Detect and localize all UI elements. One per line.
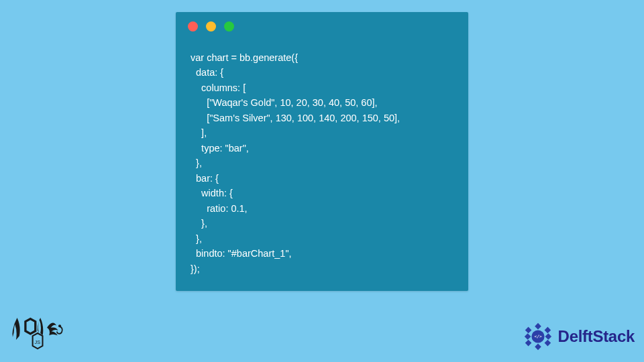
svg-marker-4 <box>535 323 541 330</box>
delftstack-mark-icon: </> <box>522 320 554 353</box>
close-icon <box>188 21 198 32</box>
svg-marker-0 <box>25 319 36 334</box>
svg-marker-5 <box>544 327 551 334</box>
svg-marker-7 <box>544 340 551 347</box>
svg-marker-11 <box>525 327 531 334</box>
svg-text:</>: </> <box>534 334 542 339</box>
minimize-icon <box>206 21 216 32</box>
svg-marker-6 <box>545 333 551 340</box>
code-content: var chart = bb.generate({ data: { column… <box>176 36 468 279</box>
delftstack-logo: </> DelftStack <box>522 320 635 353</box>
svg-marker-8 <box>535 344 541 351</box>
svg-marker-10 <box>524 333 531 340</box>
window-controls <box>176 12 468 36</box>
node-logo-icon: JS <box>4 311 78 355</box>
svg-text:JS: JS <box>35 339 41 345</box>
code-card: var chart = bb.generate({ data: { column… <box>176 12 468 291</box>
maximize-icon <box>224 21 234 32</box>
delftstack-text: DelftStack <box>558 327 635 346</box>
svg-marker-9 <box>525 340 531 347</box>
